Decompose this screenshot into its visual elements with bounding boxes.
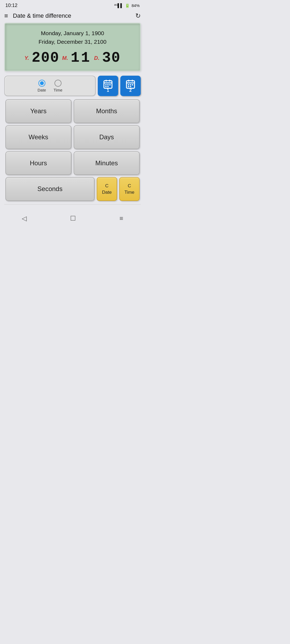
nav-home-button[interactable]: ☐ xyxy=(70,215,76,222)
weeks-button[interactable]: Weeks xyxy=(5,125,71,149)
divider xyxy=(4,204,141,204)
nav-bar: ◁ ☐ ≡ xyxy=(0,210,145,225)
date-radio-option[interactable]: Date xyxy=(38,80,46,92)
month-value: 11 xyxy=(71,51,91,65)
day-label: D. xyxy=(94,55,99,61)
date1-display: Monday, January 1, 1900 xyxy=(9,29,136,38)
date2-display: Friday, December 31, 2100 xyxy=(9,38,136,46)
status-bar: 10:12 ⁴ᴳ▌▌ 🔋 84% xyxy=(0,0,145,10)
clear-date-button[interactable]: C Date xyxy=(97,177,117,201)
nav-menu-button[interactable]: ≡ xyxy=(119,215,123,222)
date-radio-inner xyxy=(40,81,44,85)
svg-rect-13 xyxy=(128,84,129,85)
seconds-button[interactable]: Seconds xyxy=(5,177,95,201)
svg-rect-17 xyxy=(130,86,131,87)
svg-rect-8 xyxy=(107,86,109,87)
status-icons: ⁴ᴳ▌▌ 🔋 84% xyxy=(114,3,140,8)
date-radio-circle[interactable] xyxy=(38,80,45,87)
battery-icon: 🔋 xyxy=(125,3,130,8)
bottom-row: Seconds C Date C Time xyxy=(4,176,141,202)
time-radio-option[interactable]: Time xyxy=(53,80,62,92)
years-button[interactable]: Years xyxy=(5,99,71,123)
clear-time-button[interactable]: C Time xyxy=(119,177,140,201)
mode-row: Date Time 1 xyxy=(4,76,141,96)
display-result: Y. 200 M. 11 D. 30 xyxy=(9,51,136,65)
svg-rect-6 xyxy=(109,84,111,85)
year-value: 200 xyxy=(32,51,59,65)
time-radio-circle[interactable] xyxy=(55,80,61,87)
calendar1-button[interactable]: 1 xyxy=(98,76,118,96)
top-bar: ≡ Date & time difference ↻ xyxy=(0,10,145,23)
display-dates: Monday, January 1, 1900 Friday, December… xyxy=(9,29,136,46)
date-radio-label: Date xyxy=(38,88,46,92)
calendar1-num: 1 xyxy=(107,88,109,93)
history-icon[interactable]: ↻ xyxy=(135,12,141,20)
month-label: M. xyxy=(62,55,68,61)
calendar2-num: 2 xyxy=(129,88,132,93)
page-title: Date & time difference xyxy=(13,12,130,19)
svg-rect-4 xyxy=(105,84,107,85)
battery-percent: 84% xyxy=(132,3,140,8)
status-time: 10:12 xyxy=(5,3,17,8)
svg-rect-16 xyxy=(128,86,129,87)
mode-radio-box[interactable]: Date Time xyxy=(4,76,96,96)
hours-button[interactable]: Hours xyxy=(5,151,71,175)
svg-rect-7 xyxy=(105,86,107,87)
days-button[interactable]: Days xyxy=(74,125,140,149)
menu-icon[interactable]: ≡ xyxy=(4,12,8,20)
time-radio-label: Time xyxy=(53,88,62,92)
nav-back-button[interactable]: ◁ xyxy=(22,215,27,222)
svg-rect-15 xyxy=(132,84,133,85)
svg-rect-5 xyxy=(107,84,109,85)
minutes-button[interactable]: Minutes xyxy=(74,151,140,175)
svg-rect-14 xyxy=(130,84,131,85)
year-label: Y. xyxy=(24,55,29,61)
months-button[interactable]: Months xyxy=(74,99,140,123)
display-panel: Monday, January 1, 1900 Friday, December… xyxy=(4,23,141,71)
signal-icon: ⁴ᴳ▌▌ xyxy=(114,3,123,8)
button-grid: Date Time 1 xyxy=(4,76,141,202)
day-value: 30 xyxy=(102,51,121,65)
calendar2-button[interactable]: 2 xyxy=(120,76,141,96)
